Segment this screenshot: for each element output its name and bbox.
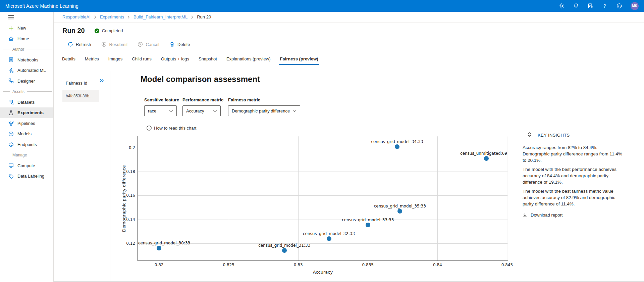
- sidebar-item-experiments[interactable]: Experiments: [0, 107, 53, 118]
- performance-metric-dropdown[interactable]: Accuracy: [182, 105, 221, 116]
- dropdown-value: race: [148, 108, 156, 113]
- fairness-metric-filter: Fairness metric Demographic parity diffe…: [228, 97, 300, 116]
- tab-explanations[interactable]: Explanations (preview): [226, 56, 271, 65]
- settings-gear-icon[interactable]: [558, 3, 565, 9]
- tab-details[interactable]: Details: [62, 56, 75, 65]
- insight-paragraph: The model with the best fairness metric …: [523, 188, 624, 207]
- tab-fairness[interactable]: Fairness (preview): [280, 56, 318, 65]
- sidebar-item-pipelines[interactable]: Pipelines: [0, 118, 53, 129]
- scatter-point[interactable]: [282, 248, 287, 253]
- scatter-point-label: census_grid_model_32:33: [303, 231, 355, 236]
- x-gridline: [298, 136, 299, 261]
- topbar-actions: ? MS: [558, 2, 639, 10]
- sidebar-item-models[interactable]: Models: [0, 129, 53, 139]
- scatter-point[interactable]: [366, 223, 370, 227]
- breadcrumb-link[interactable]: Experiments: [100, 14, 124, 19]
- sidebar-item-datasets[interactable]: Datasets: [0, 97, 53, 108]
- sidebar-item-compute[interactable]: Compute: [0, 160, 53, 171]
- cancel-label: Cancel: [146, 42, 159, 47]
- sidebar-item-label: Designer: [17, 79, 35, 84]
- scatter-point-label: census_grid_model_35:33: [374, 204, 426, 208]
- scatter-point[interactable]: [157, 246, 161, 250]
- sidebar-item-new[interactable]: New: [0, 23, 53, 34]
- y-gridline: [138, 148, 508, 148]
- feedback-smiley-icon[interactable]: [616, 3, 622, 9]
- cancel-button[interactable]: Cancel: [136, 40, 161, 48]
- plus-icon: [8, 26, 14, 31]
- help-icon[interactable]: ?: [602, 3, 608, 9]
- scatter-point[interactable]: [397, 209, 402, 214]
- fairness-metric-label: Fairness metric: [228, 97, 300, 102]
- x-axis-label: Accuracy: [138, 270, 508, 275]
- breadcrumb: ResponsibleAI Experiments Build_Fairlear…: [54, 12, 644, 22]
- sidebar-item-automated-ml[interactable]: Automated ML: [0, 65, 53, 76]
- notebook-icon: [8, 57, 14, 62]
- tab-metrics[interactable]: Metrics: [85, 56, 99, 65]
- scatter-point-label: census_grid_model_33:33: [342, 218, 394, 222]
- y-gridline: [138, 243, 508, 244]
- scatter-point[interactable]: [484, 156, 489, 161]
- chevron-right-icon: [191, 15, 194, 19]
- app-title: Microsoft Azure Machine Learning: [5, 3, 78, 9]
- user-avatar[interactable]: MS: [631, 2, 639, 10]
- fairness-metric-dropdown[interactable]: Demographic parity difference: [228, 105, 300, 116]
- tab-images[interactable]: Images: [108, 56, 123, 65]
- sidebar-item-designer[interactable]: Designer: [0, 76, 53, 87]
- top-bar: Microsoft Azure Machine Learning: [0, 0, 644, 12]
- lightbulb-icon: [527, 132, 532, 138]
- y-tick-label: 0.18: [126, 169, 135, 174]
- compute-monitor-icon: [8, 163, 14, 168]
- collapse-panel-icon[interactable]: [98, 77, 105, 84]
- sidebar-item-label: Automated ML: [17, 68, 46, 73]
- refresh-button[interactable]: Refresh: [66, 40, 93, 48]
- sidebar-item-endpoints[interactable]: Endpoints: [0, 139, 53, 150]
- tasks-filter-icon[interactable]: [587, 3, 593, 9]
- fairness-id-value[interactable]: b4fc353f-38b...: [62, 90, 99, 102]
- run-header: Run 20 Completed: [54, 27, 644, 35]
- y-gridline: [138, 220, 508, 220]
- refresh-label: Refresh: [76, 42, 91, 47]
- sidebar-section-assets: Assets: [0, 86, 53, 97]
- sidebar-item-data-labeling[interactable]: Data Labeling: [0, 171, 53, 182]
- sensitive-feature-filter: Sensitive feature race: [144, 97, 179, 116]
- sensitive-feature-dropdown[interactable]: race: [144, 105, 177, 116]
- y-gridline: [138, 172, 508, 172]
- x-gridline: [229, 136, 229, 261]
- x-tick-label: 0.835: [362, 263, 374, 267]
- hamburger-menu-icon[interactable]: [0, 12, 53, 23]
- sidebar-item-home[interactable]: Home: [0, 34, 53, 44]
- run-toolbar: Refresh Resubmit Cancel Delete: [54, 40, 644, 48]
- dropdown-value: Demographic parity difference: [232, 108, 290, 113]
- breadcrumb-link[interactable]: Build_Fairlearn_InterpretML: [133, 14, 187, 19]
- x-gridline: [368, 136, 368, 261]
- sidebar-item-label: Endpoints: [17, 142, 37, 147]
- tab-outputs-logs[interactable]: Outputs + logs: [161, 56, 189, 65]
- sidebar-item-label: Notebooks: [17, 57, 38, 62]
- azure-ml-app: Microsoft Azure Machine Learning: [0, 0, 644, 282]
- tab-child-runs[interactable]: Child runs: [132, 56, 152, 65]
- scatter-plot-area: Demographic parity difference Accuracy 0…: [138, 136, 508, 261]
- notifications-bell-icon[interactable]: [573, 3, 579, 9]
- scatter-point[interactable]: [395, 144, 399, 149]
- key-insights-header: KEY INSIGHTS: [527, 132, 570, 138]
- x-tick-label: 0.83: [294, 263, 303, 267]
- scatter-point[interactable]: [327, 236, 331, 241]
- tab-snapshot[interactable]: Snapshot: [199, 56, 217, 65]
- delete-button[interactable]: Delete: [167, 40, 192, 48]
- download-report-link[interactable]: Download report: [523, 213, 562, 218]
- breadcrumb-link[interactable]: ResponsibleAI: [62, 14, 91, 19]
- download-icon: [523, 213, 527, 218]
- automated-ml-icon: [8, 68, 14, 73]
- scatter-point-label: census_unmitigated:69: [460, 151, 507, 156]
- resubmit-button[interactable]: Resubmit: [99, 40, 130, 48]
- how-to-read-chart-link[interactable]: How to read this chart: [147, 126, 196, 131]
- how-to-read-chart-label: How to read this chart: [154, 126, 196, 131]
- delete-trash-icon: [169, 42, 175, 47]
- sidebar-item-label: Data Labeling: [17, 174, 44, 179]
- sidebar-item-notebooks[interactable]: Notebooks: [0, 55, 53, 65]
- x-tick-label: 0.82: [155, 263, 164, 267]
- download-report-label: Download report: [531, 213, 562, 218]
- key-insights-title: KEY INSIGHTS: [538, 133, 570, 138]
- x-tick-label: 0.825: [223, 263, 234, 267]
- x-tick-label: 0.845: [501, 263, 513, 267]
